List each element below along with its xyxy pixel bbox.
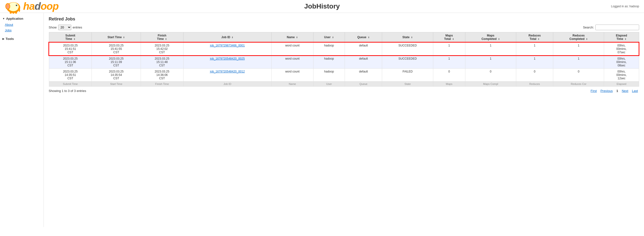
cell-start-time: 2023.03.2514:35:54CST bbox=[92, 68, 141, 82]
cell-job-id[interactable]: job_1679729873466_0001 bbox=[183, 42, 272, 56]
sidebar-about-link[interactable]: About bbox=[0, 22, 44, 28]
svg-point-3 bbox=[6, 4, 10, 9]
cell-elapsed-time: 00hrs,00mins,07sec bbox=[604, 42, 639, 56]
cell-maps-completed: 1 bbox=[465, 56, 516, 68]
cell-queue: default bbox=[345, 42, 382, 56]
application-arrow-icon: ▼ bbox=[2, 17, 5, 20]
footer-finish-time: Finish Time bbox=[141, 82, 183, 86]
table-controls: Show 10 20 50 100 entries Search: bbox=[49, 24, 639, 30]
footer-reduces-cor: Reduces Cor bbox=[553, 82, 604, 86]
sidebar-application-title[interactable]: ▼ Application bbox=[0, 15, 44, 22]
sidebar-jobs-link[interactable]: Jobs bbox=[0, 28, 44, 33]
layout: ▼ Application About Jobs ▶ Tools Retired… bbox=[0, 13, 644, 227]
col-reduces-completed[interactable]: ReducesCompleted ⇕ bbox=[553, 32, 604, 42]
cell-queue: default bbox=[345, 56, 382, 68]
cell-state: SUCCEEDED bbox=[382, 56, 433, 68]
section-title: Retired Jobs bbox=[49, 16, 639, 22]
job-id-link[interactable]: job_1679720548420_0012 bbox=[210, 70, 245, 73]
cell-elapsed-time: 00hrs,00mins,12sec bbox=[604, 68, 639, 82]
logo-text: hadoop bbox=[23, 0, 59, 12]
search-box: Search: bbox=[583, 24, 639, 30]
footer-maps: Maps bbox=[433, 82, 465, 86]
cell-maps-total: 1 bbox=[433, 42, 465, 56]
cell-start-time: 2023.03.2515:41:55CST bbox=[92, 42, 141, 56]
col-name[interactable]: Name ⇕ bbox=[272, 32, 313, 42]
cell-finish-time: 2023.03.2514:36:06CST bbox=[141, 68, 183, 82]
cell-user: hadoop bbox=[313, 68, 345, 82]
cell-maps-completed: 1 bbox=[465, 42, 516, 56]
footer-submit-time: Submit Time bbox=[49, 82, 92, 86]
cell-user: hadoop bbox=[313, 56, 345, 68]
job-id-link[interactable]: job_1679720548420_0025 bbox=[210, 57, 245, 60]
col-finish-time[interactable]: FinishTime ⇕ bbox=[141, 32, 183, 42]
entries-label: entries bbox=[73, 26, 82, 29]
table-row: 2023.03.2515:11:36CST2023.03.2515:11:39C… bbox=[49, 56, 639, 68]
logged-in-text: Logged in as: hadoop bbox=[611, 4, 639, 8]
footer-reduces: Reduces bbox=[516, 82, 553, 86]
sidebar-application-section: ▼ Application About Jobs bbox=[0, 15, 44, 33]
table-header-row: SubmitTime ⇕ Start Time ⇕ FinishTime ⇕ J… bbox=[49, 32, 639, 42]
cell-queue: default bbox=[345, 68, 382, 82]
col-job-id[interactable]: Job ID ⇕ bbox=[183, 32, 272, 42]
cell-reduces-completed: 1 bbox=[553, 42, 604, 56]
footer-name: Name bbox=[272, 82, 313, 86]
table-footer: Showing 1 to 3 of 3 entries First Previo… bbox=[49, 88, 639, 93]
cell-elapsed-time: 00hrs,00mins,08sec bbox=[604, 56, 639, 68]
footer-job-id: Job ID bbox=[183, 82, 272, 86]
page-title: JobHistory bbox=[304, 2, 340, 10]
svg-rect-6 bbox=[10, 11, 12, 14]
search-input[interactable] bbox=[595, 24, 639, 30]
cell-reduces-total: 1 bbox=[516, 56, 553, 68]
cell-finish-time: 2023.03.2515:42:02CST bbox=[141, 42, 183, 56]
header: hadoop JobHistory Logged in as: hadoop bbox=[0, 0, 644, 13]
pagination-previous[interactable]: Previous bbox=[599, 88, 614, 93]
col-maps-completed[interactable]: MapsCompleted ⇕ bbox=[465, 32, 516, 42]
cell-reduces-total: 1 bbox=[516, 42, 553, 56]
col-start-time[interactable]: Start Time ⇕ bbox=[92, 32, 141, 42]
footer-start-time: Start Time bbox=[92, 82, 141, 86]
svg-point-5 bbox=[16, 5, 17, 5]
pagination-next[interactable]: Next bbox=[621, 88, 630, 93]
jobs-table: SubmitTime ⇕ Start Time ⇕ FinishTime ⇕ J… bbox=[49, 32, 639, 86]
logo-area: hadoop bbox=[5, 0, 59, 14]
pagination-first[interactable]: First bbox=[590, 88, 598, 93]
cell-job-id[interactable]: job_1679720548420_0025 bbox=[183, 56, 272, 68]
cell-maps-total: 1 bbox=[433, 56, 465, 68]
footer-state: State bbox=[382, 82, 433, 86]
footer-maps-compl: Maps Compl bbox=[465, 82, 516, 86]
col-user[interactable]: User ⇕ bbox=[313, 32, 345, 42]
main-content: Retired Jobs Show 10 20 50 100 entries S… bbox=[44, 13, 644, 227]
cell-finish-time: 2023.03.2515:11:48CST bbox=[141, 56, 183, 68]
cell-reduces-total: 0 bbox=[516, 68, 553, 82]
showing-text: Showing 1 to 3 of 3 entries bbox=[49, 89, 86, 93]
sidebar-tools-label: Tools bbox=[6, 37, 14, 41]
cell-name: word count bbox=[272, 56, 313, 68]
sidebar: ▼ Application About Jobs ▶ Tools bbox=[0, 13, 44, 227]
cell-submit-time: 2023.03.2515:41:51CST bbox=[49, 42, 92, 56]
cell-state: SUCCEEDED bbox=[382, 42, 433, 56]
pagination-last[interactable]: Last bbox=[630, 88, 639, 93]
col-submit-time[interactable]: SubmitTime ⇕ bbox=[49, 32, 92, 42]
sidebar-application-label: Application bbox=[6, 17, 23, 20]
col-reduces-total[interactable]: ReducesTotal ⇕ bbox=[516, 32, 553, 42]
col-state[interactable]: State ⇕ bbox=[382, 32, 433, 42]
job-id-link[interactable]: job_1679729873466_0001 bbox=[210, 44, 245, 47]
tools-arrow-icon: ▶ bbox=[2, 38, 4, 40]
cell-reduces-completed: 0 bbox=[553, 68, 604, 82]
pagination: First Previous 1 Next Last bbox=[590, 88, 639, 93]
hadoop-elephant-icon bbox=[5, 0, 22, 14]
col-maps-total[interactable]: MapsTotal ⇕ bbox=[433, 32, 465, 42]
entries-select[interactable]: 10 20 50 100 bbox=[58, 24, 71, 30]
cell-user: hadoop bbox=[313, 42, 345, 56]
cell-maps-completed: 0 bbox=[465, 68, 516, 82]
sidebar-tools-section[interactable]: ▶ Tools bbox=[0, 36, 44, 42]
show-entries-control: Show 10 20 50 100 entries bbox=[49, 24, 82, 30]
table-row: 2023.03.2514:35:51CST2023.03.2514:35:54C… bbox=[49, 68, 639, 82]
col-queue[interactable]: Queue ⇕ bbox=[345, 32, 382, 42]
cell-submit-time: 2023.03.2514:35:51CST bbox=[49, 68, 92, 82]
col-elapsed-time[interactable]: ElapsedTime ⇕ bbox=[604, 32, 639, 42]
cell-job-id[interactable]: job_1679720548420_0012 bbox=[183, 68, 272, 82]
search-label: Search: bbox=[583, 26, 594, 29]
cell-name: word count bbox=[272, 68, 313, 82]
cell-start-time: 2023.03.2515:11:39CST bbox=[92, 56, 141, 68]
